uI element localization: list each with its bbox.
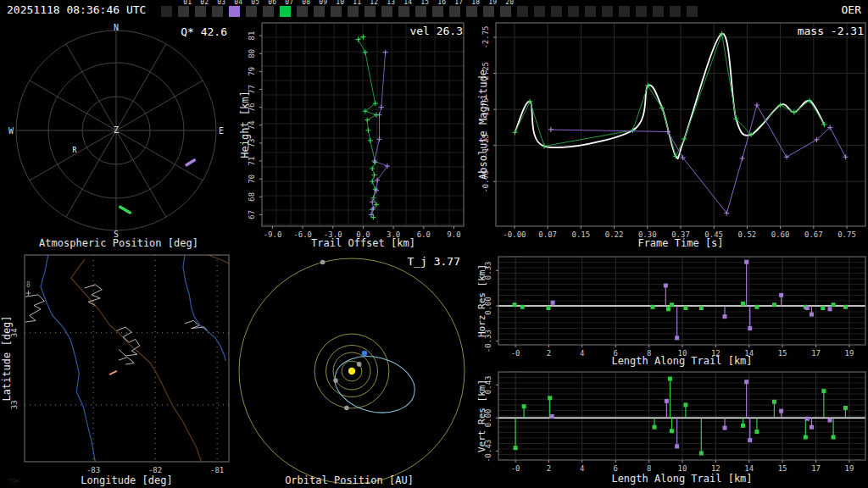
station-indicator[interactable] bbox=[398, 6, 409, 17]
square-marker bbox=[666, 307, 670, 311]
station-slot: 20 bbox=[500, 0, 512, 20]
svg-text:-0: -0 bbox=[511, 464, 520, 473]
station-indicator[interactable] bbox=[449, 6, 460, 17]
atmospheric-xlabel: Atmospheric Position [deg] bbox=[0, 237, 237, 249]
station-label: 06 bbox=[268, 0, 276, 6]
square-marker bbox=[723, 314, 727, 319]
station-label: 14 bbox=[403, 0, 412, 6]
station-slot: 15 bbox=[415, 0, 427, 20]
urban-area bbox=[117, 327, 140, 356]
station-indicator[interactable] bbox=[415, 6, 426, 17]
station-indicator[interactable] bbox=[466, 6, 477, 17]
station-slot: 09 bbox=[314, 0, 326, 20]
station-indicator[interactable] bbox=[178, 6, 189, 17]
station-indicator[interactable] bbox=[348, 6, 359, 17]
plus-marker bbox=[784, 154, 789, 159]
plus-marker bbox=[372, 158, 377, 164]
station-label: 11 bbox=[353, 0, 361, 6]
svg-text:67: 67 bbox=[248, 210, 256, 219]
station-indicator[interactable] bbox=[551, 6, 562, 17]
plus-marker bbox=[363, 50, 368, 55]
planet-dot bbox=[320, 260, 326, 265]
plus-marker bbox=[360, 35, 365, 40]
station-slot: 06 bbox=[263, 0, 275, 20]
station-indicator[interactable] bbox=[263, 6, 274, 17]
magnitude-panel: -0.000.070.150.220.300.370.450.520.600.6… bbox=[475, 20, 868, 251]
station-indicator[interactable] bbox=[500, 6, 511, 17]
station-indicator[interactable] bbox=[483, 6, 494, 17]
utc-timestamp: 20251118 08:36:46 UTC bbox=[7, 3, 146, 16]
station-indicator[interactable] bbox=[364, 6, 376, 17]
meteor-streak-trail-purple bbox=[186, 160, 194, 165]
magnitude-xlabel: Frame Time [s] bbox=[496, 237, 865, 249]
station-slot bbox=[551, 0, 563, 20]
square-marker bbox=[522, 404, 526, 408]
svg-text:8: 8 bbox=[647, 464, 651, 473]
station-indicator[interactable] bbox=[687, 6, 698, 17]
station-label: 02 bbox=[200, 0, 209, 6]
svg-text:70: 70 bbox=[248, 175, 256, 184]
ground-map-plot: 8-83-82-813433 bbox=[0, 251, 237, 488]
square-marker bbox=[821, 389, 826, 393]
vert-res-ylabel: Vert Res [km] bbox=[476, 380, 487, 452]
station-indicator[interactable] bbox=[619, 6, 630, 17]
tisserand-label: T_j 3.77 bbox=[407, 255, 460, 268]
svg-text:E: E bbox=[219, 126, 224, 136]
plus-marker bbox=[645, 83, 650, 88]
station-indicator[interactable] bbox=[314, 6, 325, 17]
series-site-1 bbox=[512, 31, 826, 159]
orbital-position-plot bbox=[237, 251, 475, 488]
plus-marker bbox=[370, 179, 375, 184]
q-value-label: Q* 42.6 bbox=[181, 25, 227, 38]
station-indicator[interactable] bbox=[280, 6, 291, 17]
square-marker bbox=[683, 402, 687, 407]
mass-label: mass -2.31 bbox=[798, 25, 864, 37]
svg-text:-2.75: -2.75 bbox=[481, 25, 490, 48]
series-line bbox=[371, 53, 387, 215]
station-label: 16 bbox=[437, 0, 446, 6]
station-indicator[interactable] bbox=[195, 6, 206, 17]
vertical-residuals-panel: -024681012141517190.430.00-0.43 Length A… bbox=[475, 369, 868, 488]
station-indicator[interactable] bbox=[670, 6, 681, 17]
svg-text:33: 33 bbox=[10, 400, 19, 409]
urban-area bbox=[25, 295, 45, 322]
station-indicator[interactable] bbox=[246, 6, 257, 17]
station-indicator[interactable] bbox=[534, 6, 545, 17]
station-indicator[interactable] bbox=[229, 6, 240, 17]
plus-marker bbox=[368, 138, 373, 143]
station-indicator[interactable] bbox=[212, 6, 223, 17]
vertical-residuals-plot: -024681012141517190.430.00-0.43 bbox=[475, 369, 868, 488]
station-label: 19 bbox=[488, 0, 497, 6]
station-indicator[interactable] bbox=[585, 6, 596, 17]
station-label: 08 bbox=[302, 0, 310, 6]
station-slot bbox=[534, 0, 546, 20]
square-marker bbox=[779, 293, 783, 297]
station-slot: 02 bbox=[195, 0, 207, 20]
square-marker bbox=[843, 305, 848, 309]
station-indicator[interactable] bbox=[161, 6, 172, 17]
plus-marker bbox=[527, 99, 532, 104]
station-indicator[interactable] bbox=[568, 6, 579, 17]
orbital-position-panel: T_j 3.77 Orbital Position [AU] bbox=[237, 251, 475, 488]
station-indicator[interactable] bbox=[331, 6, 342, 17]
square-marker bbox=[748, 438, 752, 442]
square-marker bbox=[744, 380, 748, 384]
station-indicator[interactable] bbox=[432, 6, 443, 17]
meteor-streak-trail-green bbox=[120, 207, 131, 213]
station-slot: 10 bbox=[331, 0, 342, 20]
station-indicator[interactable] bbox=[517, 6, 528, 17]
station-indicator[interactable] bbox=[297, 6, 308, 17]
plus-marker bbox=[365, 128, 370, 133]
station-slot bbox=[670, 0, 682, 20]
station-slot: 16 bbox=[432, 0, 444, 20]
polar-spoke bbox=[30, 130, 116, 180]
square-marker bbox=[843, 406, 848, 410]
station-indicator[interactable] bbox=[636, 6, 647, 17]
station-indicator[interactable] bbox=[602, 6, 613, 17]
polar-spoke bbox=[116, 80, 203, 130]
square-marker bbox=[827, 419, 832, 423]
river bbox=[183, 254, 225, 361]
svg-text:17: 17 bbox=[811, 464, 821, 473]
station-indicator[interactable] bbox=[653, 6, 664, 17]
station-indicator[interactable] bbox=[381, 6, 392, 17]
